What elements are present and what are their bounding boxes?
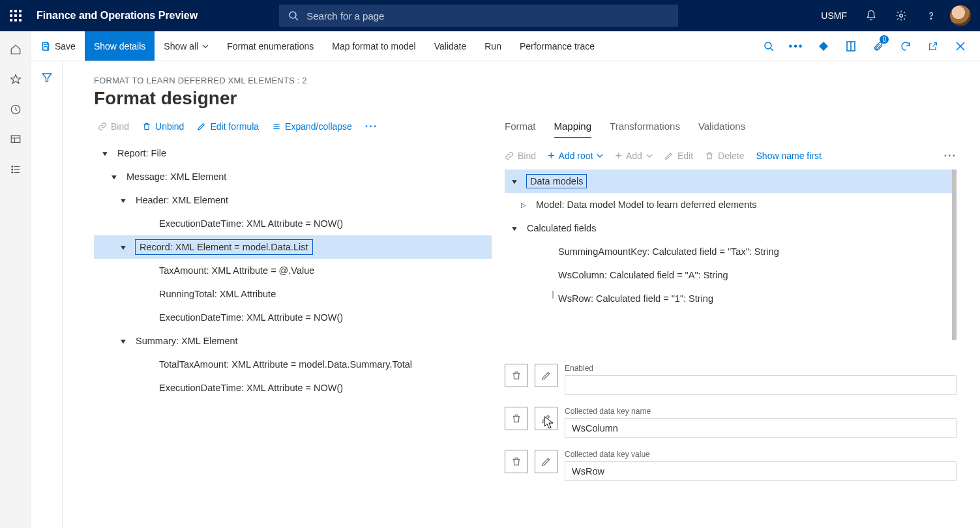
app-launcher-button[interactable]	[0, 10, 31, 22]
prop-keyvalue-delete-button[interactable]	[505, 450, 528, 473]
office-button[interactable]	[838, 31, 864, 61]
right-tabs: Format Mapping Transformations Validatio…	[505, 121, 957, 138]
map-format-to-model-button[interactable]: Map format to model	[323, 31, 424, 61]
add-label: Add	[626, 151, 642, 161]
prop-keyname-value[interactable]: WsColumn	[565, 418, 957, 438]
filter-icon	[41, 72, 53, 83]
prop-keyname-edit-button[interactable]	[535, 407, 558, 430]
show-details-button[interactable]: Show details	[85, 31, 155, 61]
tab-format[interactable]: Format	[505, 121, 536, 138]
attachments-badge: 0	[880, 35, 889, 44]
prop-enabled-delete-button[interactable]	[505, 364, 528, 387]
mapping-edit-button[interactable]: Edit	[664, 151, 693, 161]
tree-twisty[interactable]: ▷	[518, 201, 529, 209]
trash-icon	[142, 122, 151, 131]
tree-row[interactable]: ExecutionDateTime: XML Attribute = NOW()	[94, 212, 492, 235]
prop-enabled-edit-button[interactable]	[535, 364, 558, 387]
tree-twisty[interactable]: ▼	[509, 225, 520, 232]
run-button[interactable]: Run	[475, 31, 511, 61]
bind-label: Bind	[111, 121, 129, 132]
company-selector[interactable]: USMF	[812, 10, 856, 21]
power-app-button[interactable]	[810, 31, 837, 61]
tree-twisty[interactable]: ▼	[99, 150, 111, 157]
mapping-tree[interactable]: ▼Data models▷Model: Data model Model to …	[505, 169, 952, 310]
popout-icon	[928, 41, 938, 51]
show-name-first-button[interactable]: Show name first	[756, 151, 822, 161]
prop-keyname-delete-button[interactable]	[505, 407, 528, 430]
tree-twisty[interactable]: ▼	[509, 178, 520, 185]
workspaces-button[interactable]	[0, 126, 31, 153]
edit-formula-button[interactable]: Edit formula	[197, 121, 259, 132]
tree-twisty[interactable]: ▼	[117, 197, 129, 204]
tree-row[interactable]: TaxAmount: XML Attribute = @.Value	[94, 259, 492, 282]
find-button[interactable]	[756, 31, 782, 61]
unbind-button[interactable]: Unbind	[142, 121, 184, 132]
tree-row[interactable]: ▷Model: Data model Model to learn deferr…	[505, 193, 952, 216]
expand-collapse-button[interactable]: Expand/collapse	[272, 121, 352, 132]
svg-point-0	[290, 12, 296, 18]
home-button[interactable]	[0, 37, 31, 63]
add-button[interactable]: + Add	[615, 151, 652, 161]
tree-row[interactable]: SummingAmountKey: Calculated field = "Ta…	[505, 240, 952, 263]
mapping-toolbar: Bind + Add root + Add Edit	[505, 150, 957, 162]
tree-row[interactable]: WsColumn: Calculated field = "A": String	[505, 263, 952, 287]
tree-row[interactable]: ExecutionDateTime: XML Attribute = NOW()	[94, 306, 492, 329]
close-button[interactable]	[947, 31, 973, 61]
filter-rail	[31, 61, 63, 528]
help-button[interactable]	[916, 0, 946, 31]
mapping-delete-button[interactable]: Delete	[705, 151, 744, 161]
prop-enabled-value[interactable]	[565, 375, 957, 395]
notifications-button[interactable]	[856, 0, 886, 31]
format-enumerations-button[interactable]: Format enumerations	[218, 31, 323, 61]
tree-twisty[interactable]: ▼	[108, 173, 120, 181]
global-search[interactable]	[279, 5, 678, 27]
recent-button[interactable]	[0, 96, 31, 123]
tree-row[interactable]: RunningTotal: XML Attribute	[94, 282, 492, 306]
bind-button[interactable]: Bind	[98, 121, 129, 132]
prop-keyvalue-value[interactable]: WsRow	[565, 462, 957, 481]
tree-row[interactable]: ▼Data models	[505, 169, 952, 193]
add-root-button[interactable]: + Add root	[548, 151, 603, 161]
mapping-bind-button[interactable]: Bind	[505, 151, 536, 161]
tab-mapping[interactable]: Mapping	[554, 121, 592, 138]
tree-row[interactable]: ▼Calculated fields	[505, 216, 952, 240]
tab-transformations[interactable]: Transformations	[610, 121, 680, 138]
mapping-edit-label: Edit	[677, 151, 693, 161]
refresh-button[interactable]	[893, 31, 919, 61]
tree-twisty[interactable]: ▼	[117, 338, 129, 345]
map-format-label: Map format to model	[332, 41, 415, 51]
show-all-button[interactable]: Show all	[155, 31, 218, 61]
more-actions-button[interactable]: •••	[783, 31, 809, 61]
validate-button[interactable]: Validate	[425, 31, 476, 61]
mapping-tree-container[interactable]: ▼Data models▷Model: Data model Model to …	[505, 169, 957, 340]
prop-keyvalue-edit-button[interactable]	[535, 450, 558, 473]
format-tree[interactable]: ▼Report: File▼Message: XML Element▼Heade…	[94, 141, 492, 400]
tree-row[interactable]: TotalTaxAmount: XML Attribute = model.Da…	[94, 353, 492, 376]
expand-collapse-label: Expand/collapse	[285, 121, 352, 132]
user-avatar[interactable]	[950, 5, 971, 26]
tree-twisty[interactable]: ▼	[117, 244, 129, 251]
diamond-icon	[818, 41, 829, 51]
link-icon	[98, 122, 107, 131]
tree-row[interactable]: WsRow: Calculated field = "1": String	[505, 287, 952, 310]
filter-button[interactable]	[41, 72, 53, 528]
attachments-button[interactable]: 0	[865, 31, 891, 61]
trash-icon	[705, 151, 714, 160]
bell-icon	[865, 10, 877, 22]
format-toolbar-more[interactable]: ···	[365, 121, 378, 132]
tree-row[interactable]: ▼Report: File	[94, 141, 492, 165]
tree-row[interactable]: ExecutionDateTime: XML Attribute = NOW()	[94, 376, 492, 400]
modules-button[interactable]	[0, 156, 31, 183]
tree-row[interactable]: ▼Summary: XML Element	[94, 329, 492, 353]
settings-button[interactable]	[886, 0, 916, 31]
global-search-input[interactable]	[306, 10, 669, 22]
tab-validations[interactable]: Validations	[698, 121, 745, 138]
tree-row[interactable]: ▼Record: XML Element = model.Data.List	[94, 235, 492, 259]
mapping-toolbar-more[interactable]: ···	[944, 150, 957, 162]
popout-button[interactable]	[920, 31, 946, 61]
performance-trace-button[interactable]: Performance trace	[511, 31, 604, 61]
tree-row[interactable]: ▼Header: XML Element	[94, 188, 492, 212]
tree-row[interactable]: ▼Message: XML Element	[94, 165, 492, 188]
save-button[interactable]: Save	[31, 31, 85, 61]
favorites-button[interactable]	[0, 66, 31, 93]
